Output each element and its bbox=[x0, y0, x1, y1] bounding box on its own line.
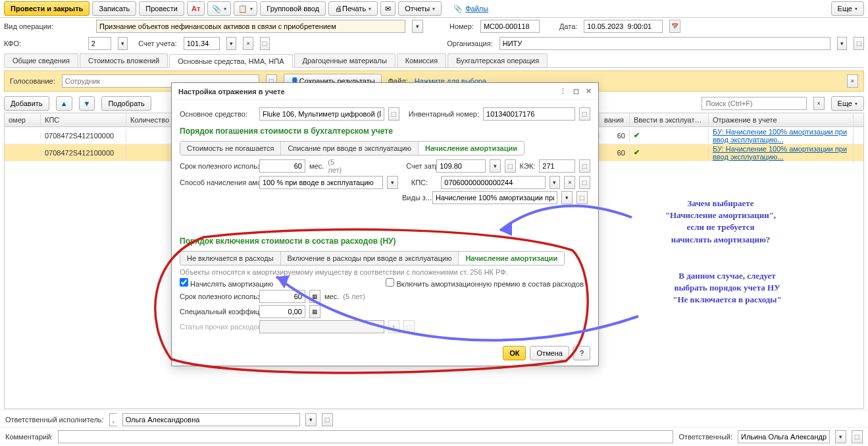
org-dropdown[interactable]: ▾ bbox=[837, 37, 848, 50]
help-button[interactable]: ? bbox=[573, 346, 590, 360]
group-input-button[interactable]: Групповой ввод bbox=[260, 1, 326, 16]
date-input[interactable] bbox=[584, 20, 663, 33]
tab-nu-notincl[interactable]: Не включается в расходы bbox=[180, 252, 281, 265]
cost-acc-open[interactable]: ⬚ bbox=[505, 159, 516, 173]
kps-open[interactable]: ⬚ bbox=[579, 176, 590, 189]
header-row1: Вид операции: ▾ Номер: Дата: 📅 bbox=[0, 18, 868, 35]
add-button[interactable]: Добавить bbox=[4, 96, 49, 111]
srok-input[interactable] bbox=[259, 159, 305, 173]
check-icon[interactable]: ✔ bbox=[630, 128, 709, 142]
col-kps[interactable]: КПС bbox=[41, 113, 126, 126]
kps-dropdown[interactable]: ▾ bbox=[549, 176, 561, 189]
org-input[interactable] bbox=[499, 37, 830, 50]
tab-nu-amort[interactable]: Начисление амортизации bbox=[459, 252, 564, 265]
post-close-button[interactable]: Провести и закрыть bbox=[4, 1, 89, 16]
method-dropdown[interactable]: ▾ bbox=[387, 176, 398, 189]
cancel-button[interactable]: Отмена bbox=[530, 346, 569, 360]
mail-icon[interactable]: ✉ bbox=[380, 1, 396, 16]
post-button[interactable]: Провести bbox=[139, 1, 184, 16]
vid-dropdown[interactable]: ▾ bbox=[561, 191, 573, 204]
col-commission[interactable]: Ввести в эксплуатацию bbox=[630, 113, 709, 126]
cost-acc-input[interactable] bbox=[436, 159, 486, 173]
account-dropdown[interactable]: ▾ bbox=[226, 37, 237, 50]
kps-input[interactable] bbox=[441, 176, 545, 189]
srok2-picker[interactable]: ▦ bbox=[309, 290, 320, 303]
number-input[interactable] bbox=[480, 20, 540, 33]
tab-amortization[interactable]: Начисление амортизации bbox=[419, 142, 524, 155]
dt-kt-icon[interactable]: Aт bbox=[187, 1, 205, 16]
save-button[interactable]: Записать bbox=[92, 1, 136, 16]
vid-input[interactable] bbox=[432, 191, 557, 204]
srok2-input[interactable] bbox=[259, 290, 305, 303]
vid-open[interactable]: ⬚ bbox=[576, 191, 588, 204]
reflect-link[interactable]: БУ: Начисление 100% амортизации при ввод… bbox=[713, 128, 847, 144]
owner-dropdown[interactable]: ▾ bbox=[835, 430, 846, 443]
coef-picker[interactable]: ▦ bbox=[309, 305, 320, 318]
reflect-link[interactable]: БУ: Начисление 100% амортизации при ввод… bbox=[713, 145, 847, 161]
search-input[interactable] bbox=[702, 97, 807, 110]
search-clear[interactable]: × bbox=[813, 97, 825, 110]
reports-button[interactable]: Отчеты bbox=[398, 1, 442, 16]
dialog-maximize-icon[interactable]: ◻ bbox=[573, 87, 579, 96]
resp-open[interactable]: ⬚ bbox=[322, 413, 333, 426]
tab-nu-onexpl[interactable]: Включение в расходы при вводе в эксплуат… bbox=[281, 252, 459, 265]
tab-accounting-op[interactable]: Бухгалтерская операция bbox=[447, 53, 548, 67]
grid-more-button[interactable]: Еще bbox=[831, 96, 864, 111]
stat-input bbox=[259, 320, 384, 333]
kfo-dropdown[interactable]: ▾ bbox=[118, 37, 128, 50]
resp-dropdown[interactable]: ▾ bbox=[305, 413, 317, 426]
owner-open[interactable]: ⬚ bbox=[852, 430, 863, 443]
resp-input[interactable] bbox=[122, 413, 300, 426]
tab-no-deprec[interactable]: Стоимость не погашается bbox=[180, 142, 281, 155]
op-type-input[interactable] bbox=[96, 20, 405, 33]
os-input[interactable] bbox=[259, 107, 384, 121]
kfo-input[interactable] bbox=[88, 37, 111, 50]
org-open[interactable]: ⬚ bbox=[854, 37, 864, 50]
vote-clear[interactable]: × bbox=[847, 74, 858, 88]
main-tabs: Общие сведения Стоимость вложений Основн… bbox=[4, 53, 864, 68]
more-button[interactable]: Еще bbox=[831, 1, 864, 16]
tab-general[interactable]: Общие сведения bbox=[4, 53, 78, 67]
vote-label: Голосование: bbox=[10, 77, 55, 85]
kps-clear[interactable]: × bbox=[564, 176, 575, 189]
ok-button[interactable]: ОК bbox=[503, 346, 526, 360]
os-open[interactable]: ⬚ bbox=[388, 107, 399, 121]
col-vania[interactable]: вания bbox=[600, 113, 630, 126]
chk-amort[interactable]: Начислять амортизацию bbox=[180, 278, 273, 288]
comment-input[interactable] bbox=[58, 430, 673, 443]
kps-label: КПС: bbox=[411, 179, 438, 186]
date-picker-icon[interactable]: 📅 bbox=[669, 20, 680, 33]
kek-input[interactable] bbox=[539, 159, 575, 173]
stat-label: Статья прочих расходов: bbox=[180, 323, 255, 331]
inv-input[interactable] bbox=[483, 107, 575, 121]
kek-open[interactable]: ⬚ bbox=[579, 159, 590, 173]
copy-icon[interactable]: 📋 bbox=[234, 1, 257, 16]
account-input[interactable] bbox=[184, 37, 220, 50]
cost-acc-dropdown[interactable]: ▾ bbox=[490, 159, 501, 173]
method-input[interactable] bbox=[259, 176, 383, 189]
files-link[interactable]: Файлы bbox=[465, 5, 488, 13]
chk-premium[interactable]: Включить амортизационную премию в состав… bbox=[386, 278, 584, 288]
dialog-close-icon[interactable]: ✕ bbox=[586, 87, 592, 96]
col-number[interactable]: омер bbox=[5, 113, 41, 126]
stat-open: ⬚ bbox=[403, 320, 415, 333]
tab-cost[interactable]: Стоимость вложений bbox=[80, 53, 168, 67]
tab-commission[interactable]: Комиссия bbox=[397, 53, 446, 67]
print-button[interactable]: 🖨 Печать bbox=[328, 1, 378, 16]
coef-input[interactable] bbox=[259, 305, 305, 318]
check-icon[interactable]: ✔ bbox=[630, 146, 709, 159]
attach-icon[interactable]: 📎 bbox=[207, 1, 231, 16]
move-down-button[interactable]: ▼ bbox=[79, 96, 95, 111]
account-clear[interactable]: × bbox=[243, 37, 253, 50]
owner-input[interactable] bbox=[738, 430, 830, 443]
dialog-menu-icon[interactable]: ⋮ bbox=[559, 87, 567, 96]
pick-button[interactable]: Подобрать bbox=[101, 96, 151, 111]
account-open[interactable]: ⬚ bbox=[260, 37, 270, 50]
tab-assets[interactable]: Основные средства, НМА, НПА bbox=[169, 54, 292, 68]
inv-open[interactable]: ⬚ bbox=[579, 107, 590, 121]
move-up-button[interactable]: ▲ bbox=[56, 96, 72, 111]
tab-precious[interactable]: Драгоценные материалы bbox=[294, 53, 396, 67]
op-type-dropdown[interactable]: ▾ bbox=[412, 20, 423, 33]
comment-label: Комментарий: bbox=[5, 433, 53, 441]
tab-writeoff[interactable]: Списание при вводе в эксплуатацию bbox=[281, 142, 419, 155]
